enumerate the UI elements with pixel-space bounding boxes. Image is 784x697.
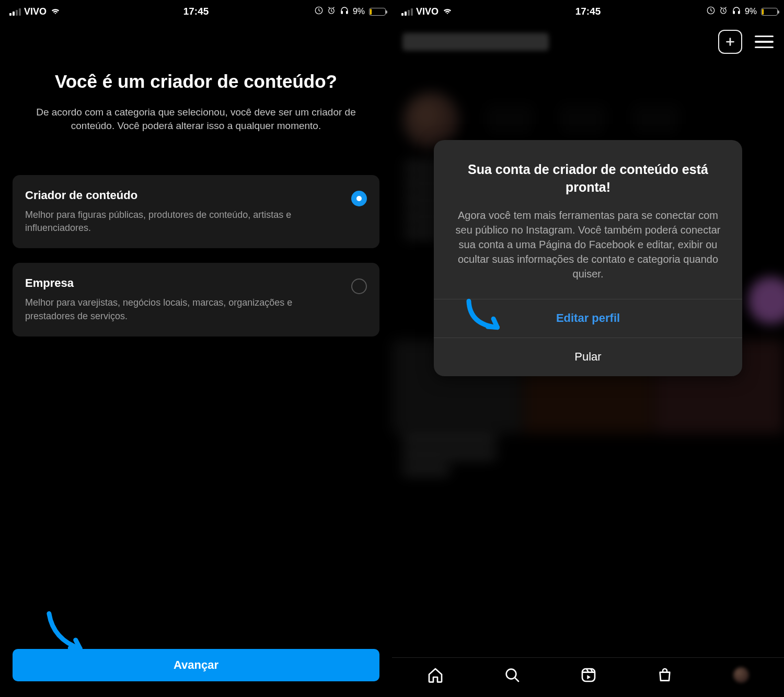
modal-title: Sua conta de criador de conteúdo está pr… [449, 161, 727, 196]
skip-button[interactable]: Pular [434, 338, 742, 376]
option-creator[interactable]: Criador de conteúdo Melhor para figuras … [13, 175, 379, 248]
tab-shop[interactable] [656, 667, 673, 683]
carrier-label: VIVO [24, 6, 47, 17]
battery-icon [369, 8, 386, 16]
wifi-icon [50, 6, 61, 17]
radio-selected-icon[interactable] [351, 191, 367, 206]
alarm-icon [327, 6, 336, 18]
tab-reels[interactable] [580, 667, 597, 683]
status-time: 17:45 [183, 6, 209, 17]
option-business[interactable]: Empresa Melhor para varejistas, negócios… [13, 263, 379, 336]
svg-rect-3 [346, 10, 348, 14]
option-creator-title: Criador de conteúdo [25, 189, 367, 202]
option-business-title: Empresa [25, 276, 367, 290]
svg-rect-9 [582, 669, 595, 681]
screen-profile-modal: VIVO 17:45 9% [392, 0, 784, 697]
edit-profile-button[interactable]: Editar perfil [434, 299, 742, 338]
svg-rect-2 [341, 10, 343, 14]
option-creator-desc: Melhor para figuras públicas, produtores… [25, 208, 367, 235]
tab-profile-avatar[interactable] [733, 667, 749, 683]
headphones-icon [339, 6, 350, 18]
hamburger-menu-icon[interactable] [755, 33, 774, 51]
status-bar: VIVO 17:45 9% [0, 0, 392, 23]
page-subtitle: De acordo com a categoria que selecionou… [13, 106, 379, 133]
screen-account-type: VIVO 17:45 9% Você é um criador de conte… [0, 0, 392, 697]
cellular-signal-icon [9, 7, 21, 16]
option-business-desc: Melhor para varejistas, negócios locais,… [25, 296, 367, 322]
next-button[interactable]: Avançar [13, 649, 379, 681]
tab-home[interactable] [427, 667, 444, 683]
tab-search[interactable] [504, 667, 521, 683]
creator-ready-modal: Sua conta de criador de conteúdo está pr… [434, 140, 742, 376]
orientation-lock-icon [314, 6, 324, 18]
new-post-button[interactable] [718, 30, 742, 54]
page-title: Você é um criador de conteúdo? [13, 70, 379, 93]
bottom-tab-bar [392, 657, 784, 697]
radio-unselected-icon[interactable] [351, 278, 367, 294]
battery-percentage: 9% [353, 7, 365, 16]
modal-description: Agora você tem mais ferramentas para se … [449, 208, 727, 281]
